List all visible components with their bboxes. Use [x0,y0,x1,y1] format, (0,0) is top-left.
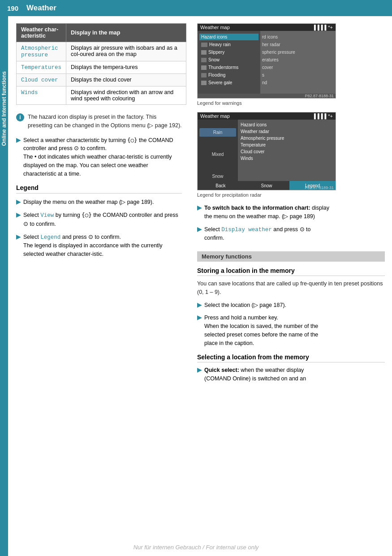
right-bullets: ▶ To switch back to the information char… [197,204,332,242]
screenshot1-item: Severe gale [199,79,258,86]
selecting-heading: Selecting a location from the memory [197,353,385,362]
screenshot2-icons: ▐▐▐▐ *+ [312,113,333,119]
list-item: ▶ To switch back to the information char… [197,204,332,221]
table-row: Temperatures Displays the tempera-tures [17,61,186,74]
table-cell-display: Displays the cloud cover [66,74,186,86]
table-cell-characteristic: Atmosphericpressure [17,42,66,61]
screenshot1-selected-item: Hazard icons [199,34,258,40]
bullet-arrow-icon: ▶ [16,198,21,207]
bullet-text: Select View by turning {○} the COMAND co… [23,211,182,228]
weather-table: Weather char-acteristic Display in the m… [16,23,186,105]
table-cell-display: Displays the tempera-tures [66,61,186,74]
list-item: ▶ Display the menu on the weather map (▷… [16,198,182,207]
table-cell-characteristic: Winds [17,86,66,105]
scr2-right-item: Weather radar [241,128,333,135]
screenshot1-item: Snow [199,56,258,63]
screenshot1-right-item: spheric pressure [262,49,334,56]
bullet-arrow-icon: ▶ [197,225,202,234]
bullet-arrow-icon: ▶ [197,301,202,310]
list-item: ▶ Select the location (▷ page 187). [197,301,332,310]
bullet-arrow-icon: ▶ [197,314,202,322]
slippery-icon [201,50,207,55]
list-item: ▶ Press and hold a number key.When the l… [197,314,332,347]
screenshot1-right-item: s [262,72,334,78]
scr2-right-item: Atmospheric pressure [241,135,333,142]
screenshot1-titlebar: Weather map ▐▐▐▐ *+ [198,24,336,31]
content-columns: Weather char-acteristic Display in the m… [16,23,385,389]
gale-icon [201,81,207,85]
misc-icon: *+ [328,113,333,119]
item-label: Snow [208,57,220,62]
info-icon: i [16,113,24,121]
back-button: Back [198,181,244,190]
screenshot1-right-item: rd icons [262,34,334,40]
storing-heading: Storing a location in the memory [197,267,385,276]
screenshot1-right: rd icons her radar spheric pressure erat… [260,31,336,94]
list-item: ▶ Select Display weather and press ⊙ to … [197,225,332,243]
item-label: Slippery [208,50,224,55]
header-bar: 190 Weather [0,0,392,16]
thunder-icon [201,65,207,70]
screenshot1-left: Hazard icons Heavy rain Slippery Sn [198,31,260,94]
screenshot1-title: Weather map [200,25,230,30]
bullet-text: Press and hold a number key.When the loc… [204,314,332,347]
misc-icon: *+ [328,25,333,30]
scr2-right-item: Winds [241,155,333,162]
table-cell-display: Displays wind direction with an arrow an… [66,86,186,105]
bullet-text: Select Legend and press ⊙ to confirm.The… [23,233,182,259]
screenshot1-item: Thunderstorms [199,64,258,71]
screenshot1-right-item: eratures [262,56,334,63]
table-cell-characteristic: Cloud cover [17,74,66,86]
table-cell-display: Displays air pressure with isobars and a… [66,42,186,61]
table-cell-characteristic: Temperatures [17,61,66,74]
legend-heading: Legend [16,184,182,194]
item-label: Heavy rain [209,42,231,47]
list-item: ▶ Select Legend and press ⊙ to confirm.T… [16,233,182,259]
screenshot-precipitation: Weather map ▐▐▐▐ *+ Rain Mixed Snow Haza… [197,112,336,190]
info-note-text: The hazard icon display is preset in the… [28,113,182,130]
storing-intro: You can save locations that are called u… [197,280,385,297]
legend-bullets: ▶ Display the menu on the weather map (▷… [16,198,182,259]
main-content: Weather char-acteristic Display in the m… [8,16,392,397]
bullet-text: Display the menu on the weather map (▷ p… [23,198,154,207]
table-row: Winds Displays wind direction with an ar… [17,86,186,105]
page-number: 190 [7,4,18,12]
pre-legend-bullets: ▶ Select a weather characteristic by tur… [16,136,182,178]
storing-bullets: ▶ Select the location (▷ page 187). ▶ Pr… [197,301,332,348]
list-item: ▶ Quick select: when the weather display… [197,366,332,383]
scr2-right-item: Cloud cover [241,148,333,155]
bullet-arrow-icon: ▶ [197,204,202,212]
left-column: Weather char-acteristic Display in the m… [16,23,186,389]
right-column: Weather map ▐▐▐▐ *+ Hazard icons Heavy r… [197,23,385,389]
snow-icon [201,58,207,62]
screenshot1-right-item: cover [262,64,334,71]
bullet-text: Quick select: when the weather display (… [204,366,332,383]
screenshot-warnings: Weather map ▐▐▐▐ *+ Hazard icons Heavy r… [197,23,336,99]
screenshot1-item: Flooding [199,72,258,78]
snow-button: Snow [244,181,290,190]
scr2-right-item: Hazard icons [241,121,333,128]
screenshot2-content: Rain Mixed Snow Hazard icons Weather rad… [198,120,336,189]
signal-icon: ▐▐▐▐ [312,113,326,119]
list-item: ▶ Select View by turning {○} the COMAND … [16,211,182,228]
table-row: Cloud cover Displays the cloud cover [17,74,186,86]
scr2-item-snow: Snow [199,172,236,181]
screenshot1-right-item: nd [262,79,334,86]
screenshot1-ref: P82.87-8188-31 [305,94,334,98]
scr2-right-item: Temperature [241,142,333,148]
screenshot2-titlebar: Weather map ▐▐▐▐ *+ [198,112,336,120]
item-label: Thunderstorms [208,65,238,70]
table-header-characteristic: Weather char-acteristic [17,24,66,42]
bullet-arrow-icon: ▶ [197,366,202,375]
item-label: Flooding [208,73,225,78]
sidebar: Online and Internet functions [0,16,8,556]
screenshot2-right: Hazard icons Weather radar Atmospheric p… [238,120,336,189]
scr2-item-rain: Rain [199,128,236,137]
screenshot1-item: Slippery [199,49,258,56]
screenshot1-caption: Legend for warnings [197,100,385,106]
rain-icon [201,43,207,47]
signal-icon: ▐▐▐▐ [312,25,326,30]
screenshot1-right-item: her radar [262,41,334,48]
info-note-box: i The hazard icon display is preset in t… [16,113,182,130]
bullet-text: To switch back to the information chart:… [204,204,332,221]
